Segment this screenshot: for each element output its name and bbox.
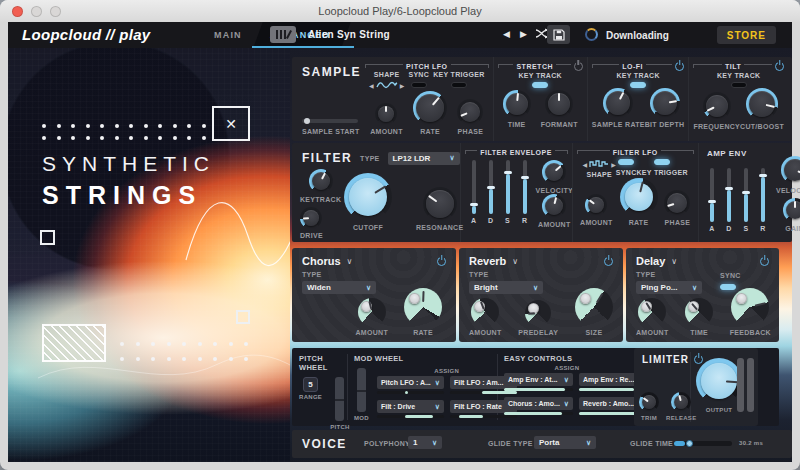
mod-assign-dropdown-3[interactable]: Filt : Drive∨	[377, 400, 444, 413]
lofi-power-icon[interactable]	[675, 62, 684, 71]
lofi-keytrack-label: KEY TRACK	[616, 72, 659, 79]
filter-type-dropdown[interactable]: LP12 LDR∨	[388, 152, 460, 165]
tilt-cutboost-knob[interactable]	[746, 88, 778, 120]
filter-cutoff-knob[interactable]	[344, 173, 392, 221]
filter-lfo-amount-knob[interactable]	[585, 194, 607, 216]
delay-time-knob[interactable]	[685, 298, 713, 326]
chorus-rate-knob[interactable]	[404, 288, 442, 326]
stretch-keytrack-toggle[interactable]	[532, 82, 548, 88]
sample-start-label: SAMPLE START	[302, 128, 361, 135]
mod-assign-slider-4[interactable]	[450, 415, 517, 418]
glide-time-value: 30.2 ms	[739, 440, 763, 446]
glide-time-label: GLIDE TIME	[630, 440, 673, 447]
easy-dropdown-3[interactable]: Chorus : Amo...∨	[504, 397, 573, 410]
reverb-size-knob[interactable]	[575, 288, 613, 326]
polyphony-label: POLYPHONY	[364, 440, 410, 447]
filter-keytrack-knob[interactable]	[309, 169, 333, 193]
pitch-range-box[interactable]: 5	[303, 377, 318, 392]
main-area: ✕ SYNTHETIC STRINGS SAMPLE SAMPLE START	[8, 48, 792, 462]
limiter-panel: LIMITER TRIM RELEASE OUTPUT	[634, 348, 758, 426]
delay-feedback-knob[interactable]	[731, 288, 769, 326]
next-preset-button[interactable]: ▶	[520, 29, 527, 39]
filter-env-amount-knob[interactable]	[542, 194, 566, 218]
pitch-lfo-shape-selector[interactable]: ◀ ▶	[369, 80, 404, 90]
chorus-name[interactable]: Chorus	[302, 255, 341, 267]
glide-type-dropdown[interactable]: Porta∨	[534, 436, 596, 449]
filter-lfo-phase-knob[interactable]	[664, 190, 690, 216]
limiter-release-knob[interactable]	[671, 392, 691, 412]
filter-panel: FILTER TYPE LP12 LDR∨ KEYTRACK DRIVE CUT…	[292, 143, 792, 242]
amp-env-adsr[interactable]	[707, 168, 768, 222]
pitch-lfo-amount-knob[interactable]	[375, 103, 397, 125]
tilt-frequency-knob[interactable]	[703, 92, 731, 120]
voice-title: VOICE	[302, 437, 347, 451]
reverb-type-label: TYPE	[469, 271, 613, 278]
chorus-power-icon[interactable]	[437, 257, 446, 266]
delay-amount-knob[interactable]	[638, 298, 666, 326]
pitch-lfo-title: PITCH LFO	[406, 63, 447, 70]
chorus-amount-knob[interactable]	[358, 298, 386, 326]
reverb-select-chevron[interactable]: ∨	[512, 257, 518, 266]
lofi-samplerate-knob[interactable]	[603, 88, 633, 118]
filter-env-velocity-knob[interactable]	[542, 160, 566, 184]
pitch-lfo-keytrigger-toggle[interactable]	[451, 82, 467, 88]
mod-wheel-title: MOD WHEEL	[354, 354, 494, 363]
lofi-title: LO-FI	[622, 63, 643, 70]
mod-wheel[interactable]	[357, 368, 366, 412]
pitch-lfo-rate-knob[interactable]	[413, 91, 447, 125]
chorus-select-chevron[interactable]: ∨	[347, 257, 353, 266]
delay-select-chevron[interactable]: ∨	[671, 257, 677, 266]
filter-drive-knob[interactable]	[300, 207, 322, 229]
lofi-bitdepth-knob[interactable]	[650, 88, 680, 118]
mod-assign-slider-1[interactable]	[377, 391, 444, 394]
stretch-power-icon[interactable]	[574, 62, 583, 71]
filter-lfo-keytrigger-toggle[interactable]	[654, 159, 670, 165]
filter-envelope-adsr[interactable]	[469, 160, 530, 214]
mod-assign-slider-3[interactable]	[377, 415, 444, 418]
pitch-lfo-keytrigger-label: KEY TRIGGER	[433, 71, 484, 78]
pitch-wheel[interactable]	[335, 377, 344, 421]
mod-assign-dropdown-1[interactable]: Pitch LFO : A...∨	[377, 376, 444, 389]
reverb-name[interactable]: Reverb	[469, 255, 506, 267]
tilt-power-icon[interactable]	[775, 62, 784, 71]
store-button[interactable]: STORE	[717, 26, 776, 44]
limiter-output-knob[interactable]	[696, 358, 742, 404]
preset-name[interactable]: Alien Syn String	[308, 29, 390, 40]
filter-lfo-rate-knob[interactable]	[620, 178, 658, 216]
filter-lfo-sync-toggle[interactable]	[618, 159, 634, 165]
glide-time-slider[interactable]	[674, 441, 732, 446]
amp-env-gain-knob[interactable]	[783, 198, 800, 222]
easy-slider-1[interactable]	[504, 388, 573, 391]
tilt-title: TILT	[725, 63, 741, 70]
artwork-square-x: ✕	[212, 106, 250, 141]
limiter-trim-knob[interactable]	[639, 392, 659, 412]
pitch-lfo-sync-label: SYNC	[408, 71, 429, 78]
reverb-amount-knob[interactable]	[471, 298, 499, 326]
delay-power-icon[interactable]	[760, 257, 769, 266]
stretch-keytrack-label: KEY TRACK	[519, 72, 562, 79]
polyphony-dropdown[interactable]: 1∨	[408, 436, 442, 449]
reverb-power-icon[interactable]	[604, 257, 613, 266]
preset-browser-icon[interactable]	[270, 26, 296, 43]
reverb-predelay-knob[interactable]	[525, 300, 551, 326]
filter-lfo-shape-selector[interactable]: ◀ ▶	[583, 159, 616, 169]
stretch-time-knob[interactable]	[503, 90, 531, 118]
pitch-range-label: RANGE	[299, 394, 322, 400]
pitch-lfo-phase-knob[interactable]	[457, 99, 483, 125]
easy-slider-3[interactable]	[504, 412, 573, 415]
easy-dropdown-1[interactable]: Amp Env : At...∨	[504, 373, 573, 386]
prev-preset-button[interactable]: ◀	[503, 29, 510, 39]
sample-start-slider[interactable]	[302, 119, 358, 123]
save-preset-button[interactable]	[547, 25, 570, 44]
artwork-dot-grid-bottom	[120, 342, 248, 362]
mod-wheel-label: MOD	[354, 415, 369, 421]
delay-name[interactable]: Delay	[636, 255, 665, 267]
stretch-formant-knob[interactable]	[545, 90, 573, 118]
pitch-wheel-title-l1: PITCH	[299, 354, 345, 363]
tab-main[interactable]: MAIN	[214, 30, 242, 40]
filter-resonance-knob[interactable]	[423, 187, 457, 221]
output-meter-left	[737, 358, 744, 412]
limiter-title: LIMITER	[642, 354, 689, 365]
tilt-keytrack-label: KEY TRACK	[717, 72, 760, 79]
amp-env-velocity-knob[interactable]	[781, 156, 800, 184]
